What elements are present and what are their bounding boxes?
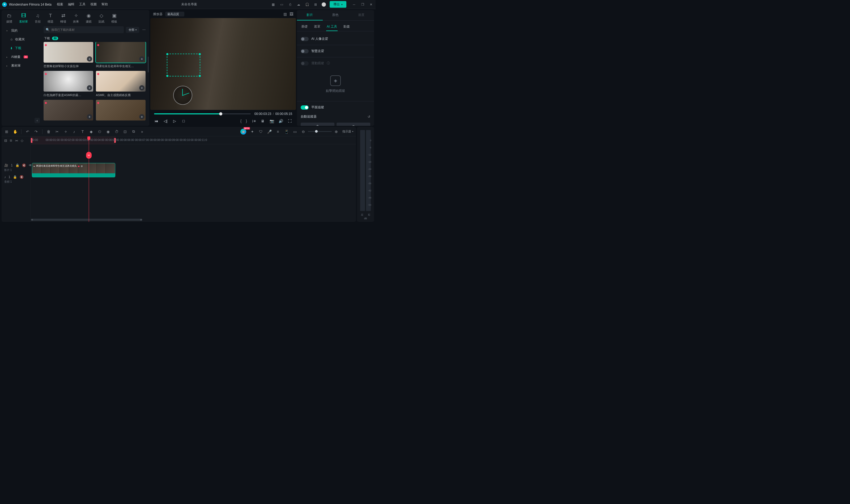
zoom-slider[interactable] [308,131,332,132]
subtab-ai[interactable]: AI 工具 [326,23,337,31]
mode-transition[interactable]: ⇄轉場 [60,13,66,24]
tab-speed[interactable]: 速度 [348,10,374,20]
play-button[interactable]: ▷ [172,119,177,123]
lock-icon[interactable]: 🔒 [13,175,17,179]
tracker-selection[interactable] [167,54,200,76]
redo-icon[interactable]: ↷ [34,129,38,134]
scrollbar[interactable] [148,56,149,72]
sidebar-item-library[interactable]: ▸素材庫 [4,61,39,70]
mark-out-button[interactable]: } [246,119,247,123]
maximize-icon[interactable]: ❐ [360,2,365,7]
zoom-out-icon[interactable]: ⊖ [301,129,306,134]
export-button[interactable]: 導出▾ [330,1,346,8]
tl-hand-icon[interactable]: ✋ [13,129,18,134]
add-button[interactable]: + [87,56,92,61]
media-card[interactable]: ◆+ ASMR。自主感覺經絡反應 [96,71,145,97]
media-card[interactable]: ◆+ 网课结束后老师和学生相互… [96,42,145,68]
video-viewport[interactable] [150,18,296,110]
video-clip[interactable]: ▸网课结束后老师和学生相互说再见镜头◆⊘ [32,163,115,177]
lock-icon[interactable]: 🔒 [15,163,19,167]
close-icon[interactable]: ✕ [369,2,374,7]
link-all-icon[interactable]: ⫘ [15,139,18,143]
tab-color[interactable]: 顏色 [323,10,348,20]
mode-template[interactable]: ▣模板 [111,13,117,24]
ai-portrait-toggle[interactable] [301,37,309,41]
resize-handle[interactable] [166,75,169,77]
filter-dropdown[interactable]: 全部▾ [126,27,139,33]
media-card[interactable]: ◆+ 芭蕾舞老師幫助小女孩拉伸 [44,42,93,68]
delete-tracker-button[interactable]: 🗑 [301,123,334,126]
menu-help[interactable]: 幫助 [102,2,108,7]
magnet-icon[interactable]: ⧈ [10,138,12,143]
add-button[interactable]: + [87,85,92,90]
shield-icon[interactable]: 🛡 [258,129,263,134]
more-button[interactable]: ⋯ [141,27,146,33]
seek-knob[interactable] [219,112,222,115]
timeline-tracks[interactable]: 00:00 00:00:01:00 00:00:02:00 00:00:03:0… [31,137,356,222]
mode-title[interactable]: T標題 [48,13,53,24]
more-icon[interactable]: » [140,129,144,134]
search-input[interactable]: 🔍 [44,26,124,33]
volume-icon[interactable]: 🔊 [278,119,283,123]
sidebar-item-downloads[interactable]: ⬇下載 [4,44,39,53]
menu-tool[interactable]: 工具 [79,2,86,7]
mute-icon[interactable]: 🔇 [22,163,26,167]
sidebar-item-ai-draw[interactable]: ▸AI繪畫AI [4,53,39,61]
focus-icon[interactable]: ⊡ [123,129,127,134]
media-card[interactable]: ◆+ 白色漁網手套是ASMR的最… [44,71,93,97]
add-button[interactable]: + [139,114,144,120]
cloud-icon[interactable]: ☁ [296,2,301,7]
mode-filter[interactable]: ◉濾鏡 [86,13,92,24]
menu-edit[interactable]: 編輯 [68,2,74,7]
mobile-icon[interactable]: 📱 [284,129,289,134]
add-button[interactable]: + [139,85,144,90]
menu-file[interactable]: 檔案 [57,2,63,7]
timer-icon[interactable]: ⏱ [114,129,119,134]
video-track-header[interactable]: 🎥1🔒🔇👁 影片 1 [2,162,31,174]
avatar-icon[interactable] [322,2,326,7]
timeline-scrollbar[interactable] [31,219,353,221]
undo-icon[interactable]: ↶ [25,129,30,134]
subtab-anim[interactable]: 動畫 [343,23,350,31]
text-icon[interactable]: T [80,129,85,134]
sidebar-item-favorites[interactable]: ☆收藏夾 [4,35,39,44]
planar-toggle[interactable] [301,105,309,110]
cut-icon[interactable]: ✂ [55,129,59,134]
seek-bar[interactable] [154,113,251,114]
minimize-icon[interactable]: ─ [352,2,357,7]
mode-media[interactable]: 🗀媒體 [6,13,12,24]
playhead[interactable]: ✂ [89,137,89,222]
mode-effect[interactable]: ✧效果 [73,13,79,24]
media-card[interactable]: ◆+ [96,100,145,122]
crop-icon[interactable]: ⟡ [63,129,68,134]
snapshot-icon[interactable]: 🖼 [290,12,293,16]
mode-sticker[interactable]: ◇貼紙 [99,13,104,24]
apps-icon[interactable]: ⊞ [313,2,318,7]
save-icon[interactable]: ⎙ [288,2,293,7]
mic-icon[interactable]: 🎤 [267,129,272,134]
nav-back-button[interactable]: ‹ [35,118,40,123]
sidebar-item-mine[interactable]: ▾我的 [4,26,39,35]
subtitle-icon[interactable]: ≡ [275,129,280,134]
delete-icon[interactable]: 🗑 [46,129,51,134]
resize-handle[interactable] [166,53,169,55]
tracking-placeholder[interactable]: ◈ 點擊開始跟蹤 [301,68,370,100]
mute-icon[interactable]: 🔇 [20,175,24,179]
mode-stock[interactable]: 🎞素材庫 [19,13,28,24]
zoom-knob[interactable] [315,130,318,133]
smart-bg-toggle[interactable] [301,49,309,53]
tab-clip[interactable]: 影片 [297,10,323,20]
ai-assist-button[interactable]: 🤖BETA [240,129,246,134]
enhance-icon[interactable]: ✦ [250,129,255,134]
headset-icon[interactable]: 🎧 [305,2,310,7]
subtab-mask[interactable]: 遮罩 [313,23,321,31]
prev-frame-button[interactable]: ⏮ [154,119,159,123]
camera-icon[interactable]: 📷 [270,119,274,123]
fullscreen-icon[interactable]: ⛶ [288,119,292,123]
display-icon[interactable]: 🖥 [260,119,265,123]
ratio-icon[interactable]: ⫶≡ [251,119,256,123]
screen-icon[interactable]: ▭ [279,2,284,7]
compare-icon[interactable]: ▥ [283,12,287,16]
marker-icon[interactable]: ◇ [21,139,23,143]
mark-in-button[interactable]: { [240,119,242,123]
